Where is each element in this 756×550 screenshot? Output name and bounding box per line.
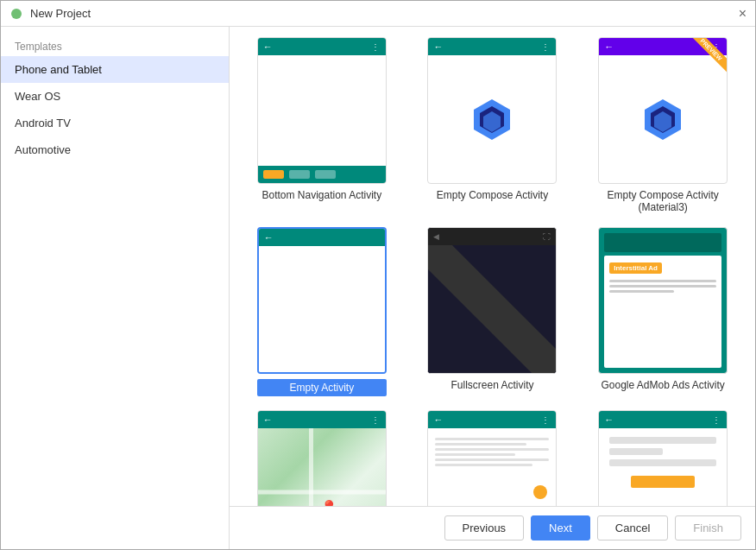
template-label-bottom-nav: Bottom Navigation Activity bbox=[261, 189, 381, 201]
template-card-admob[interactable]: Interstitial Ad Google AdMob Ads Activit… bbox=[584, 227, 741, 396]
status-icon: ◀ bbox=[433, 232, 439, 241]
template-card-empty-activity[interactable]: ← Empty Activity bbox=[243, 227, 400, 396]
previous-button[interactable]: Previous bbox=[444, 515, 525, 541]
template-preview-scrolling: ← ⋮ bbox=[427, 410, 557, 506]
fab-icon bbox=[533, 485, 547, 499]
template-label-fullscreen: Fullscreen Activity bbox=[450, 379, 533, 391]
close-button[interactable]: × bbox=[739, 6, 747, 22]
fullscreen-diagonal-svg bbox=[428, 245, 556, 373]
selected-label-empty-activity: Empty Activity bbox=[257, 379, 387, 396]
sidebar-item-wear-os[interactable]: Wear OS bbox=[1, 83, 229, 110]
menu-dots-icon: ⋮ bbox=[371, 415, 381, 425]
next-button[interactable]: Next bbox=[531, 515, 590, 541]
template-preview-admob: Interstitial Ad bbox=[598, 227, 728, 374]
menu-dots-icon: ⋮ bbox=[541, 415, 551, 425]
sidebar-item-phone-tablet[interactable]: Phone and Tablet bbox=[1, 56, 229, 83]
window-title: New Project bbox=[30, 7, 739, 20]
menu-dots-icon: ⋮ bbox=[712, 415, 721, 425]
template-preview-login: ← ⋮ bbox=[598, 410, 728, 506]
template-preview-fullscreen: ◀ ⛶ bbox=[427, 227, 557, 374]
template-card-scrolling[interactable]: ← ⋮ Scrolling Activit bbox=[414, 410, 571, 506]
templates-grid: ← ⋮ Bottom Navigation Activity bbox=[230, 27, 755, 506]
template-card-maps[interactable]: ← ⋮ 📍 Google Maps Activity bbox=[243, 410, 400, 506]
titlebar: New Project × bbox=[1, 1, 755, 27]
template-preview-bottom-nav: ← ⋮ bbox=[257, 37, 387, 184]
compose-icon bbox=[470, 96, 513, 143]
template-card-login[interactable]: ← ⋮ Login Activity bbox=[584, 410, 741, 506]
cancel-button[interactable]: Cancel bbox=[597, 515, 668, 541]
back-arrow-icon: ← bbox=[263, 414, 273, 425]
sidebar-section-label: Templates bbox=[1, 35, 229, 56]
back-arrow-icon: ← bbox=[263, 41, 273, 52]
sidebar-item-android-tv[interactable]: Android TV bbox=[1, 110, 229, 136]
template-label-empty-compose: Empty Compose Activity bbox=[437, 189, 548, 201]
new-project-window: New Project × Templates Phone and Tablet… bbox=[0, 0, 756, 550]
template-label-compose-material3: Empty Compose Activity (Material3) bbox=[584, 189, 741, 213]
menu-dots-icon: ⋮ bbox=[541, 42, 551, 52]
compose-material3-icon bbox=[641, 96, 684, 143]
footer: Previous Next Cancel Finish bbox=[230, 506, 755, 549]
template-label-admob: Google AdMob Ads Activity bbox=[601, 379, 724, 391]
back-arrow-icon: ← bbox=[433, 41, 443, 52]
back-arrow-icon: ← bbox=[604, 41, 614, 52]
preview-ribbon: PREVIEW bbox=[684, 38, 727, 81]
templates-area: ← ⋮ Bottom Navigation Activity bbox=[230, 27, 755, 549]
expand-icon: ⛶ bbox=[543, 232, 551, 241]
back-arrow-icon: ← bbox=[604, 414, 614, 425]
template-preview-maps: ← ⋮ 📍 bbox=[257, 410, 387, 506]
finish-button[interactable]: Finish bbox=[675, 515, 741, 541]
template-preview-empty-activity: ← bbox=[257, 227, 387, 374]
back-arrow-icon: ← bbox=[264, 232, 274, 243]
template-card-empty-compose[interactable]: ← ⋮ Empty Compose Activity bbox=[414, 37, 571, 213]
android-studio-icon bbox=[9, 7, 23, 21]
preview-tag: PREVIEW bbox=[688, 38, 727, 73]
main-content: Templates Phone and Tablet Wear OS Andro… bbox=[1, 27, 755, 549]
template-card-fullscreen[interactable]: ◀ ⛶ Fullscreen Activity bbox=[414, 227, 571, 396]
template-card-bottom-nav[interactable]: ← ⋮ Bottom Navigation Activity bbox=[243, 37, 400, 213]
template-preview-compose-material3: ← ⋮ PREVIEW bbox=[598, 37, 728, 184]
map-pin-icon: 📍 bbox=[319, 499, 338, 506]
template-card-compose-material3[interactable]: ← ⋮ PREVIEW bbox=[584, 37, 741, 213]
svg-point-0 bbox=[11, 9, 22, 19]
template-preview-empty-compose: ← ⋮ bbox=[427, 37, 557, 184]
sidebar-item-automotive[interactable]: Automotive bbox=[1, 136, 229, 163]
menu-dots-icon: ⋮ bbox=[371, 42, 381, 52]
sidebar: Templates Phone and Tablet Wear OS Andro… bbox=[1, 27, 230, 549]
back-arrow-icon: ← bbox=[433, 414, 443, 425]
interstitial-ad-label: Interstitial Ad bbox=[609, 262, 662, 274]
